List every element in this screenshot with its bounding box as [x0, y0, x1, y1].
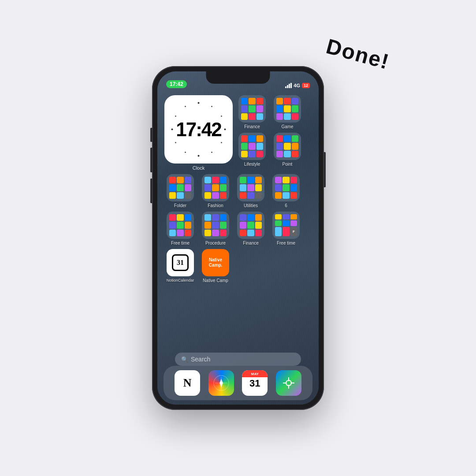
silent-switch — [150, 178, 152, 203]
app-item-native-camp[interactable]: NativeCamp. Native Camp — [200, 249, 231, 283]
game-icon[interactable] — [274, 95, 301, 123]
notion-icon: N — [183, 376, 192, 390]
game-label: Game — [281, 124, 293, 129]
utilities-icon[interactable] — [237, 174, 264, 201]
notion-calendar-label: NotionCalendar — [167, 278, 194, 283]
svg-point-16 — [220, 382, 223, 384]
status-right: 4G 12 — [285, 83, 310, 88]
folder-6-icon[interactable] — [272, 174, 300, 201]
dock-app-calendar[interactable]: MAY 31 — [242, 370, 268, 396]
lifestyle-label: Lifestyle — [244, 162, 260, 167]
fashion-label: Fashion — [208, 203, 223, 208]
fashion-icon[interactable] — [202, 174, 229, 201]
phone-outer: 17:42 4G 12 — [152, 66, 324, 410]
app-item-game[interactable]: Game — [271, 95, 303, 129]
utilities-label: Utilities — [244, 203, 258, 208]
finance2-label: Finance — [243, 241, 259, 245]
right-col: Finance — [236, 95, 268, 167]
svg-point-8 — [175, 142, 176, 143]
apps-row-5: 31 NotionCalendar NativeCamp. Native Cam… — [164, 249, 312, 283]
svg-point-4 — [221, 142, 222, 143]
native-camp-label: Native Camp — [203, 278, 228, 283]
apps-row-1: 17:42 Clock — [164, 95, 312, 171]
point-label: Point — [283, 162, 293, 167]
folder-6-label: 6 — [285, 203, 287, 208]
svg-point-7 — [185, 152, 186, 153]
finance-label: Finance — [244, 124, 260, 129]
volume-up-button — [150, 128, 152, 142]
clock-widget-col[interactable]: 17:42 Clock — [164, 95, 233, 171]
procedure-icon[interactable] — [202, 212, 229, 239]
app-item-folder[interactable]: Folder — [164, 174, 196, 208]
home-content: 17:42 Clock — [157, 91, 319, 369]
app-item-freetime-1[interactable]: Free time — [164, 212, 196, 245]
svg-point-3 — [224, 129, 226, 130]
dock-app-notion[interactable]: N — [175, 370, 200, 396]
app-item-fashion[interactable]: Fashion — [200, 174, 231, 208]
apps-row-4: Free time Procedure — [164, 212, 312, 245]
right-col-2: Game — [271, 95, 303, 167]
clock-label: Clock — [193, 165, 205, 171]
dock-app-ai[interactable] — [276, 370, 301, 396]
search-text: Search — [191, 356, 210, 363]
svg-point-5 — [211, 152, 212, 153]
finance-icon[interactable] — [238, 95, 266, 123]
svg-point-6 — [198, 155, 200, 157]
folder-icon[interactable] — [167, 174, 194, 201]
svg-point-11 — [185, 106, 186, 107]
battery-badge: 12 — [302, 83, 310, 88]
phone-screen: 17:42 4G 12 — [157, 71, 319, 405]
apps-row-3: Folder Fashion — [164, 174, 312, 208]
dock-app-safari[interactable] — [208, 370, 234, 396]
app-item-freetime-2[interactable]: F Free time — [270, 212, 302, 245]
app-item-finance[interactable]: Finance — [236, 95, 268, 129]
dock: N MAY 31 — [164, 366, 312, 400]
clock-time: 17:42 — [176, 119, 221, 141]
svg-point-9 — [171, 129, 173, 130]
folder-label: Folder — [174, 203, 186, 208]
notion-calendar-icon[interactable]: 31 — [167, 249, 194, 276]
finance2-icon[interactable] — [237, 212, 264, 239]
svg-point-0 — [198, 102, 200, 104]
native-camp-icon[interactable]: NativeCamp. — [202, 249, 229, 276]
search-icon: 🔍 — [181, 356, 188, 363]
notch — [206, 71, 270, 84]
lifestyle-icon[interactable] — [238, 133, 266, 160]
volume-down-button — [150, 148, 152, 172]
app-item-finance2[interactable]: Finance — [235, 212, 267, 245]
app-item-point[interactable]: Point — [271, 133, 303, 167]
signal-icon — [285, 83, 292, 88]
network-label: 4G — [294, 83, 300, 88]
app-item-6[interactable]: 6 — [270, 174, 302, 208]
clock-widget[interactable]: 17:42 — [164, 95, 233, 164]
svg-point-10 — [175, 115, 176, 117]
freetime-1-icon[interactable] — [167, 212, 194, 239]
svg-point-2 — [221, 115, 222, 117]
freetime-1-label: Free time — [171, 241, 190, 245]
freetime-2-icon[interactable]: F — [272, 212, 300, 239]
app-item-procedure[interactable]: Procedure — [200, 212, 231, 245]
search-bar[interactable]: 🔍 Search — [175, 353, 301, 366]
power-button — [324, 152, 326, 187]
point-icon[interactable] — [274, 133, 301, 160]
procedure-label: Procedure — [205, 241, 226, 245]
freetime-2-label: Free time — [277, 241, 295, 245]
status-time: 17:42 — [166, 80, 187, 88]
app-item-utilities[interactable]: Utilities — [235, 174, 267, 208]
app-item-notion-calendar[interactable]: 31 NotionCalendar — [164, 249, 196, 283]
app-item-lifestyle[interactable]: Lifestyle — [236, 133, 268, 167]
svg-point-1 — [211, 106, 212, 107]
